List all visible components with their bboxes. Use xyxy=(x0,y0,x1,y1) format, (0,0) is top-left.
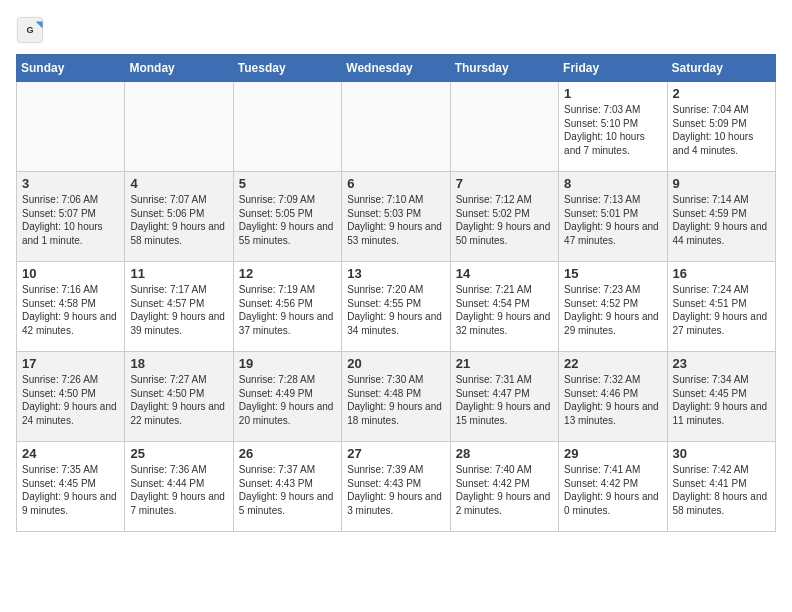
day-number: 9 xyxy=(673,176,770,191)
day-info: Sunrise: 7:16 AM Sunset: 4:58 PM Dayligh… xyxy=(22,283,119,337)
day-info: Sunrise: 7:40 AM Sunset: 4:42 PM Dayligh… xyxy=(456,463,553,517)
calendar-table: SundayMondayTuesdayWednesdayThursdayFrid… xyxy=(16,54,776,532)
day-info: Sunrise: 7:31 AM Sunset: 4:47 PM Dayligh… xyxy=(456,373,553,427)
day-info: Sunrise: 7:39 AM Sunset: 4:43 PM Dayligh… xyxy=(347,463,444,517)
calendar-day: 3Sunrise: 7:06 AM Sunset: 5:07 PM Daylig… xyxy=(17,172,125,262)
day-info: Sunrise: 7:42 AM Sunset: 4:41 PM Dayligh… xyxy=(673,463,770,517)
day-info: Sunrise: 7:06 AM Sunset: 5:07 PM Dayligh… xyxy=(22,193,119,247)
day-info: Sunrise: 7:17 AM Sunset: 4:57 PM Dayligh… xyxy=(130,283,227,337)
calendar-day: 10Sunrise: 7:16 AM Sunset: 4:58 PM Dayli… xyxy=(17,262,125,352)
day-number: 27 xyxy=(347,446,444,461)
day-info: Sunrise: 7:23 AM Sunset: 4:52 PM Dayligh… xyxy=(564,283,661,337)
calendar-day xyxy=(125,82,233,172)
day-number: 1 xyxy=(564,86,661,101)
day-number: 6 xyxy=(347,176,444,191)
calendar-day: 28Sunrise: 7:40 AM Sunset: 4:42 PM Dayli… xyxy=(450,442,558,532)
day-number: 8 xyxy=(564,176,661,191)
logo-icon: G xyxy=(16,16,44,44)
day-info: Sunrise: 7:35 AM Sunset: 4:45 PM Dayligh… xyxy=(22,463,119,517)
weekday-header: Monday xyxy=(125,55,233,82)
day-number: 11 xyxy=(130,266,227,281)
calendar-day: 6Sunrise: 7:10 AM Sunset: 5:03 PM Daylig… xyxy=(342,172,450,262)
day-number: 3 xyxy=(22,176,119,191)
day-info: Sunrise: 7:09 AM Sunset: 5:05 PM Dayligh… xyxy=(239,193,336,247)
day-info: Sunrise: 7:26 AM Sunset: 4:50 PM Dayligh… xyxy=(22,373,119,427)
calendar-day: 21Sunrise: 7:31 AM Sunset: 4:47 PM Dayli… xyxy=(450,352,558,442)
day-number: 29 xyxy=(564,446,661,461)
day-info: Sunrise: 7:36 AM Sunset: 4:44 PM Dayligh… xyxy=(130,463,227,517)
weekday-header: Thursday xyxy=(450,55,558,82)
day-info: Sunrise: 7:28 AM Sunset: 4:49 PM Dayligh… xyxy=(239,373,336,427)
calendar-day xyxy=(450,82,558,172)
calendar-day: 26Sunrise: 7:37 AM Sunset: 4:43 PM Dayli… xyxy=(233,442,341,532)
logo: G xyxy=(16,16,48,44)
day-number: 28 xyxy=(456,446,553,461)
day-info: Sunrise: 7:24 AM Sunset: 4:51 PM Dayligh… xyxy=(673,283,770,337)
calendar-week-row: 10Sunrise: 7:16 AM Sunset: 4:58 PM Dayli… xyxy=(17,262,776,352)
day-number: 22 xyxy=(564,356,661,371)
calendar-day: 23Sunrise: 7:34 AM Sunset: 4:45 PM Dayli… xyxy=(667,352,775,442)
day-info: Sunrise: 7:32 AM Sunset: 4:46 PM Dayligh… xyxy=(564,373,661,427)
calendar-header: SundayMondayTuesdayWednesdayThursdayFrid… xyxy=(17,55,776,82)
day-number: 5 xyxy=(239,176,336,191)
day-info: Sunrise: 7:10 AM Sunset: 5:03 PM Dayligh… xyxy=(347,193,444,247)
day-number: 18 xyxy=(130,356,227,371)
day-number: 21 xyxy=(456,356,553,371)
day-info: Sunrise: 7:04 AM Sunset: 5:09 PM Dayligh… xyxy=(673,103,770,157)
day-number: 15 xyxy=(564,266,661,281)
calendar-day: 20Sunrise: 7:30 AM Sunset: 4:48 PM Dayli… xyxy=(342,352,450,442)
header-row: SundayMondayTuesdayWednesdayThursdayFrid… xyxy=(17,55,776,82)
calendar-day xyxy=(342,82,450,172)
day-info: Sunrise: 7:21 AM Sunset: 4:54 PM Dayligh… xyxy=(456,283,553,337)
svg-text:G: G xyxy=(26,25,33,35)
day-number: 13 xyxy=(347,266,444,281)
day-number: 30 xyxy=(673,446,770,461)
day-number: 19 xyxy=(239,356,336,371)
day-info: Sunrise: 7:19 AM Sunset: 4:56 PM Dayligh… xyxy=(239,283,336,337)
calendar-day: 16Sunrise: 7:24 AM Sunset: 4:51 PM Dayli… xyxy=(667,262,775,352)
calendar-week-row: 3Sunrise: 7:06 AM Sunset: 5:07 PM Daylig… xyxy=(17,172,776,262)
day-number: 24 xyxy=(22,446,119,461)
calendar-week-row: 1Sunrise: 7:03 AM Sunset: 5:10 PM Daylig… xyxy=(17,82,776,172)
day-number: 17 xyxy=(22,356,119,371)
calendar-day: 1Sunrise: 7:03 AM Sunset: 5:10 PM Daylig… xyxy=(559,82,667,172)
calendar-day: 2Sunrise: 7:04 AM Sunset: 5:09 PM Daylig… xyxy=(667,82,775,172)
calendar-day: 22Sunrise: 7:32 AM Sunset: 4:46 PM Dayli… xyxy=(559,352,667,442)
calendar-day: 14Sunrise: 7:21 AM Sunset: 4:54 PM Dayli… xyxy=(450,262,558,352)
day-info: Sunrise: 7:34 AM Sunset: 4:45 PM Dayligh… xyxy=(673,373,770,427)
calendar-day: 19Sunrise: 7:28 AM Sunset: 4:49 PM Dayli… xyxy=(233,352,341,442)
calendar-day: 11Sunrise: 7:17 AM Sunset: 4:57 PM Dayli… xyxy=(125,262,233,352)
calendar-week-row: 17Sunrise: 7:26 AM Sunset: 4:50 PM Dayli… xyxy=(17,352,776,442)
day-info: Sunrise: 7:37 AM Sunset: 4:43 PM Dayligh… xyxy=(239,463,336,517)
day-info: Sunrise: 7:20 AM Sunset: 4:55 PM Dayligh… xyxy=(347,283,444,337)
day-number: 4 xyxy=(130,176,227,191)
day-number: 2 xyxy=(673,86,770,101)
calendar-day: 29Sunrise: 7:41 AM Sunset: 4:42 PM Dayli… xyxy=(559,442,667,532)
day-number: 7 xyxy=(456,176,553,191)
weekday-header: Wednesday xyxy=(342,55,450,82)
day-number: 14 xyxy=(456,266,553,281)
day-info: Sunrise: 7:30 AM Sunset: 4:48 PM Dayligh… xyxy=(347,373,444,427)
calendar-body: 1Sunrise: 7:03 AM Sunset: 5:10 PM Daylig… xyxy=(17,82,776,532)
calendar-day: 18Sunrise: 7:27 AM Sunset: 4:50 PM Dayli… xyxy=(125,352,233,442)
page-header: G xyxy=(16,16,776,44)
calendar-day: 27Sunrise: 7:39 AM Sunset: 4:43 PM Dayli… xyxy=(342,442,450,532)
day-number: 10 xyxy=(22,266,119,281)
calendar-day: 5Sunrise: 7:09 AM Sunset: 5:05 PM Daylig… xyxy=(233,172,341,262)
day-number: 12 xyxy=(239,266,336,281)
day-number: 26 xyxy=(239,446,336,461)
calendar-day: 7Sunrise: 7:12 AM Sunset: 5:02 PM Daylig… xyxy=(450,172,558,262)
calendar-day xyxy=(17,82,125,172)
weekday-header: Saturday xyxy=(667,55,775,82)
day-info: Sunrise: 7:07 AM Sunset: 5:06 PM Dayligh… xyxy=(130,193,227,247)
day-info: Sunrise: 7:13 AM Sunset: 5:01 PM Dayligh… xyxy=(564,193,661,247)
calendar-day: 30Sunrise: 7:42 AM Sunset: 4:41 PM Dayli… xyxy=(667,442,775,532)
calendar-day: 25Sunrise: 7:36 AM Sunset: 4:44 PM Dayli… xyxy=(125,442,233,532)
day-number: 16 xyxy=(673,266,770,281)
day-info: Sunrise: 7:03 AM Sunset: 5:10 PM Dayligh… xyxy=(564,103,661,157)
calendar-day: 8Sunrise: 7:13 AM Sunset: 5:01 PM Daylig… xyxy=(559,172,667,262)
weekday-header: Friday xyxy=(559,55,667,82)
calendar-day: 24Sunrise: 7:35 AM Sunset: 4:45 PM Dayli… xyxy=(17,442,125,532)
calendar-day: 17Sunrise: 7:26 AM Sunset: 4:50 PM Dayli… xyxy=(17,352,125,442)
calendar-week-row: 24Sunrise: 7:35 AM Sunset: 4:45 PM Dayli… xyxy=(17,442,776,532)
